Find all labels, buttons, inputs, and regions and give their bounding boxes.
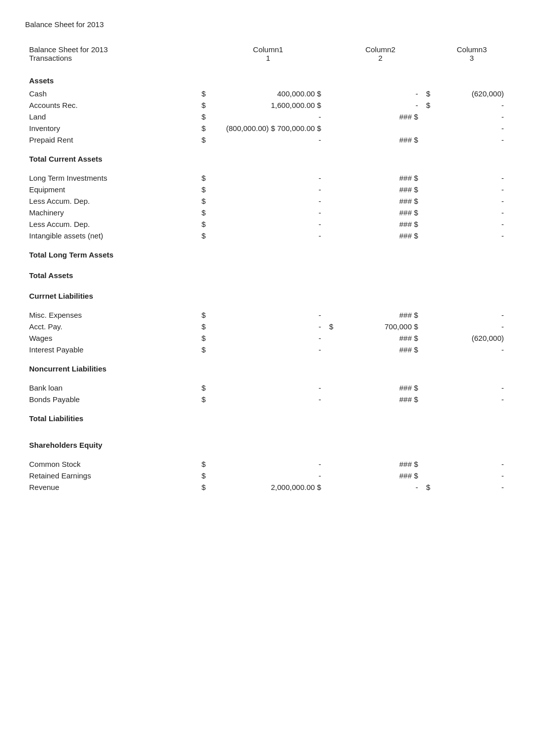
row-val1: - xyxy=(211,207,325,218)
table-row: Less Accum. Dep. $ - ### $ - xyxy=(25,218,508,230)
row-val1: - xyxy=(211,394,325,405)
table-header: Balance Sheet for 2013 Transactions Colu… xyxy=(25,44,508,63)
row-label: Bank loan xyxy=(25,382,197,394)
table-row: Machinery $ - ### $ - xyxy=(25,207,508,218)
table-row: Equipment $ - ### $ - xyxy=(25,184,508,195)
row-sep xyxy=(325,309,339,321)
row-sep xyxy=(325,382,339,394)
row-sep xyxy=(325,184,339,195)
row-val3: - xyxy=(436,218,508,230)
row-dollar1: $ xyxy=(197,332,211,344)
row-val1: 2,000,000.00 $ xyxy=(211,481,325,493)
page-title: Balance Sheet for 2013 xyxy=(25,20,508,29)
section-header-row: Total Current Assets xyxy=(25,152,508,166)
row-label: Less Accum. Dep. xyxy=(25,195,197,207)
row-sep xyxy=(325,481,339,493)
row-val1: - xyxy=(211,344,325,355)
spacer-row xyxy=(25,303,508,309)
row-val1: 1,600,000.00 $ xyxy=(211,99,325,111)
header-label: Balance Sheet for 2013 Transactions xyxy=(25,44,197,63)
table-row: Intangible assets (net) $ - ### $ - xyxy=(25,230,508,241)
table-row: Bonds Payable $ - ### $ - xyxy=(25,394,508,405)
spacer-row xyxy=(25,262,508,268)
row-val2: ### $ xyxy=(339,309,422,321)
row-label: Bonds Payable xyxy=(25,394,197,405)
row-sep xyxy=(325,218,339,230)
row-dollar3 xyxy=(422,321,436,332)
row-dollar3 xyxy=(422,332,436,344)
row-val3: - xyxy=(436,344,508,355)
row-sep: $ xyxy=(325,321,339,332)
row-dollar1: $ xyxy=(197,195,211,207)
table-row: Inventory $ (800,000.00) $ 700,000.00 $ … xyxy=(25,122,508,134)
row-dollar3 xyxy=(422,218,436,230)
section-header-row: Noncurrent Liabilities xyxy=(25,361,508,376)
row-sep xyxy=(325,134,339,146)
row-val1: - xyxy=(211,134,325,146)
section-header-row: Shareholders Equity xyxy=(25,438,508,452)
row-val2: - xyxy=(339,481,422,493)
row-dollar1: $ xyxy=(197,99,211,111)
spacer-row xyxy=(25,426,508,432)
row-sep xyxy=(325,470,339,481)
row-sep xyxy=(325,230,339,241)
row-sep xyxy=(325,394,339,405)
row-val3: - xyxy=(436,122,508,134)
row-label: Cash xyxy=(25,88,197,99)
row-dollar3 xyxy=(422,184,436,195)
header-col2: Column2 2 xyxy=(339,44,422,63)
row-sep xyxy=(325,99,339,111)
spacer-row xyxy=(25,432,508,438)
row-val1: - xyxy=(211,111,325,122)
row-label: Common Stock xyxy=(25,458,197,470)
row-dollar1: $ xyxy=(197,218,211,230)
row-val1: 400,000.00 $ xyxy=(211,88,325,99)
row-val3: (620,000) xyxy=(436,88,508,99)
row-dollar1: $ xyxy=(197,111,211,122)
spacer-row xyxy=(25,355,508,361)
spacer-row xyxy=(25,452,508,458)
row-val1: - xyxy=(211,172,325,184)
row-label: Prepaid Rent xyxy=(25,134,197,146)
row-dollar3 xyxy=(422,111,436,122)
row-val1: - xyxy=(211,458,325,470)
row-val2: ### $ xyxy=(339,458,422,470)
table-row: Cash $ 400,000.00 $ - $ (620,000) xyxy=(25,88,508,99)
row-label: Wages xyxy=(25,332,197,344)
row-dollar1: $ xyxy=(197,172,211,184)
row-dollar3 xyxy=(422,195,436,207)
row-dollar1: $ xyxy=(197,470,211,481)
spacer-row xyxy=(25,283,508,289)
row-label: Inventory xyxy=(25,122,197,134)
row-label: Accounts Rec. xyxy=(25,99,197,111)
row-label: Interest Payable xyxy=(25,344,197,355)
row-val3: - xyxy=(436,134,508,146)
row-val1: - xyxy=(211,321,325,332)
table-row: Land $ - ### $ - xyxy=(25,111,508,122)
row-dollar3 xyxy=(422,394,436,405)
row-label: Retained Earnings xyxy=(25,470,197,481)
row-dollar1: $ xyxy=(197,184,211,195)
row-dollar3 xyxy=(422,382,436,394)
row-dollar1: $ xyxy=(197,134,211,146)
row-val3: - xyxy=(436,321,508,332)
section-header-row: Total Liabilities xyxy=(25,411,508,426)
row-val3: - xyxy=(436,99,508,111)
row-dollar3: $ xyxy=(422,99,436,111)
row-dollar1: $ xyxy=(197,207,211,218)
row-dollar3 xyxy=(422,122,436,134)
row-val2: ### $ xyxy=(339,332,422,344)
row-val3: - xyxy=(436,195,508,207)
row-val3: - xyxy=(436,470,508,481)
section-header-row: Total Assets xyxy=(25,268,508,283)
row-dollar1: $ xyxy=(197,481,211,493)
table-row: Wages $ - ### $ (620,000) xyxy=(25,332,508,344)
row-val1: - xyxy=(211,218,325,230)
row-dollar1: $ xyxy=(197,344,211,355)
row-dollar3 xyxy=(422,172,436,184)
row-val2: ### $ xyxy=(339,470,422,481)
row-sep xyxy=(325,195,339,207)
row-dollar3 xyxy=(422,134,436,146)
row-dollar3 xyxy=(422,309,436,321)
row-sep xyxy=(325,111,339,122)
